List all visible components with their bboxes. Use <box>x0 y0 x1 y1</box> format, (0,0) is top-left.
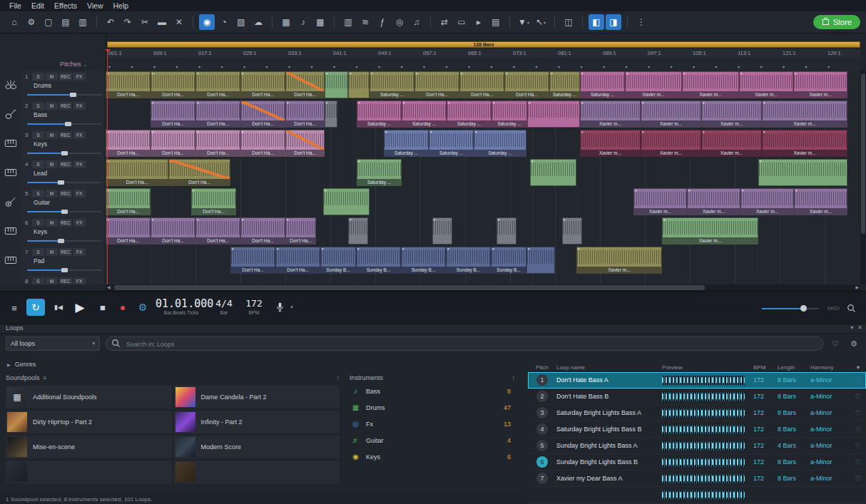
mic-dropdown-icon[interactable]: ▾ <box>288 304 295 311</box>
audio-clip[interactable]: ▾Don't Ha... <box>151 217 195 245</box>
clip-dropdown-icon[interactable]: ▾ <box>581 71 584 76</box>
audio-clip[interactable]: ▾Saturday ... <box>491 101 527 128</box>
pitch-circle[interactable]: 7 <box>536 473 548 484</box>
toggle-side-panel-icon[interactable]: ◨ <box>606 14 621 30</box>
fx-button[interactable]: FX <box>73 160 86 168</box>
track-header[interactable]: 1SMRECFXDrums <box>21 71 106 100</box>
clip-dropdown-icon[interactable]: ▾ <box>197 130 199 134</box>
playhead[interactable] <box>107 49 108 284</box>
pitch-marker-dropdown-icon[interactable]: ▾ <box>333 64 335 69</box>
level-meter-icon[interactable]: ▥ <box>340 14 356 30</box>
mixer-icon[interactable]: ≋ <box>357 14 373 30</box>
record-arm-button[interactable]: REC <box>59 73 72 81</box>
vertical-scrollbar[interactable] <box>860 71 866 284</box>
preview-cell[interactable] <box>662 376 753 385</box>
clip-dropdown-icon[interactable]: ▾ <box>152 130 154 134</box>
pitch-circle[interactable]: 5 <box>536 440 548 451</box>
audio-clip[interactable]: ▾Sunday B... <box>320 247 356 274</box>
track-lane[interactable]: ▾Don't Ha...▾Don't Ha...▾▾Xavier m...▾Xa… <box>106 187 860 217</box>
favorite-icon[interactable]: ♡ <box>850 376 866 384</box>
audio-clip[interactable]: ▾ <box>348 71 370 98</box>
clip-dropdown-icon[interactable]: ▾ <box>448 101 450 105</box>
audio-clip[interactable]: ▾Sunday B... <box>401 247 446 274</box>
audio-clip[interactable]: ▾Don't Ha... <box>168 159 230 186</box>
clip-dropdown-icon[interactable]: ▾ <box>287 101 289 105</box>
clip-dropdown-icon[interactable]: ▾ <box>763 101 765 105</box>
fx-button[interactable]: FX <box>73 277 86 284</box>
pitch-marker-dropdown-icon[interactable]: ▾ <box>603 64 605 69</box>
tempo-display[interactable]: 172 BPM <box>243 298 265 316</box>
column-header-favorite[interactable]: ♥ <box>850 364 866 371</box>
metronome-settings-icon[interactable]: ⚙ <box>134 299 151 316</box>
slider-handle[interactable] <box>58 180 64 185</box>
clip-dropdown-icon[interactable]: ▾ <box>385 130 387 134</box>
loop-preview-waveform[interactable] <box>662 490 745 500</box>
monitor-icon[interactable]: ▭ <box>454 14 469 30</box>
pitch-marker-dropdown-icon[interactable]: ▾ <box>108 64 111 69</box>
record-arm-button[interactable]: REC <box>59 131 72 139</box>
soundpool-item[interactable]: ▦Additional Soundpools <box>6 386 172 408</box>
clip-dropdown-icon[interactable]: ▾ <box>493 101 495 105</box>
clip-dropdown-icon[interactable]: ▾ <box>795 188 798 192</box>
track-lane[interactable]: ▾Don't Ha...▾Don't Ha...▾Don't Ha...▾Don… <box>106 71 860 100</box>
clip-dropdown-icon[interactable]: ▾ <box>688 188 691 192</box>
audio-clip[interactable]: ▾Saturday ... <box>370 71 414 98</box>
audio-clip[interactable]: ▾Don't Ha... <box>195 130 240 157</box>
track-header[interactable]: 4SMRECFXLead <box>21 158 106 187</box>
instrument-row-guitar[interactable]: ♬Guitar4 <box>350 432 515 448</box>
clip-dropdown-icon[interactable]: ▾ <box>287 71 289 76</box>
track-lane[interactable]: ▾Don't Ha...▾Don't Ha...▾Don't Ha...▾Don… <box>106 217 860 246</box>
favorite-icon[interactable]: ♡ <box>850 426 866 433</box>
keys-icon[interactable] <box>0 217 22 246</box>
mute-button[interactable]: M <box>46 248 58 256</box>
effects-icon[interactable]: ƒ <box>375 14 390 30</box>
delete-icon[interactable]: ✕ <box>171 14 187 30</box>
clip-dropdown-icon[interactable]: ▾ <box>152 71 154 76</box>
audio-clip[interactable]: ▾Xavier m... <box>701 101 762 128</box>
clip-dropdown-icon[interactable]: ▾ <box>626 71 628 76</box>
favorites-filter-icon[interactable]: ♡ <box>829 339 842 349</box>
new-project-icon[interactable]: ▢ <box>41 14 56 30</box>
solo-button[interactable]: S <box>32 248 44 256</box>
clip-dropdown-icon[interactable]: ▾ <box>416 71 418 76</box>
pitch-marker-dropdown-icon[interactable]: ▾ <box>805 64 808 69</box>
time-display[interactable]: 01.01.000 Bar.Beats.Ticks <box>156 298 207 316</box>
track-header[interactable]: 8SMRECFX <box>21 275 106 284</box>
audio-clip[interactable]: ▾ <box>496 217 516 245</box>
pitch-marker-dropdown-icon[interactable]: ▾ <box>715 64 718 69</box>
clip-dropdown-icon[interactable]: ▾ <box>152 217 154 222</box>
clip-dropdown-icon[interactable]: ▾ <box>531 159 534 163</box>
pitch-marker-dropdown-icon[interactable]: ▾ <box>536 64 538 69</box>
favorite-icon[interactable]: ♡ <box>850 409 866 417</box>
preview-cell[interactable] <box>662 392 753 401</box>
track-header[interactable]: 6SMRECFXKeys <box>21 217 106 246</box>
record-arm-button[interactable]: REC <box>59 190 72 197</box>
pitch-marker-dropdown-icon[interactable]: ▾ <box>558 64 560 69</box>
solo-button[interactable]: S <box>32 219 44 227</box>
audio-clip[interactable]: ▾Don't Ha... <box>285 130 325 157</box>
mute-button[interactable]: M <box>46 102 58 110</box>
pitch-marker-dropdown-icon[interactable]: ▾ <box>266 64 268 69</box>
audio-clip[interactable]: ▾Don't Ha... <box>195 71 240 98</box>
clip-dropdown-icon[interactable]: ▾ <box>357 247 360 251</box>
audio-clip[interactable]: ▾Don't Ha... <box>504 71 549 98</box>
audio-clip[interactable]: ▾Xavier m... <box>794 188 847 215</box>
fx-button[interactable]: FX <box>73 102 86 110</box>
track-header[interactable]: 2SMRECFXBass <box>21 100 106 129</box>
record-button[interactable]: ● <box>114 299 131 316</box>
audio-clip[interactable]: ▾Xavier m... <box>580 130 641 157</box>
microphone-icon[interactable] <box>274 300 285 314</box>
pitch-marker-dropdown-icon[interactable]: ▾ <box>131 64 133 69</box>
pitch-marker-dropdown-icon[interactable]: ▾ <box>153 64 156 69</box>
audio-clip[interactable]: ▾Don't Ha... <box>240 217 285 245</box>
audio-clip[interactable]: ▾Don't Ha... <box>151 130 195 157</box>
clip-dropdown-icon[interactable]: ▾ <box>551 71 553 76</box>
record-arm-button[interactable]: REC <box>59 219 72 227</box>
clip-dropdown-icon[interactable]: ▾ <box>242 130 244 134</box>
column-header-loop-name[interactable]: Loop name <box>556 364 662 371</box>
audio-clip[interactable]: ▾Don't Ha... <box>285 217 316 245</box>
clip-dropdown-icon[interactable]: ▾ <box>703 101 705 105</box>
audio-clip[interactable]: ▾Don't Ha... <box>275 247 320 274</box>
mastering-icon[interactable]: ◎ <box>392 14 407 30</box>
audio-clip[interactable]: ▾Saturday ... <box>384 130 429 157</box>
